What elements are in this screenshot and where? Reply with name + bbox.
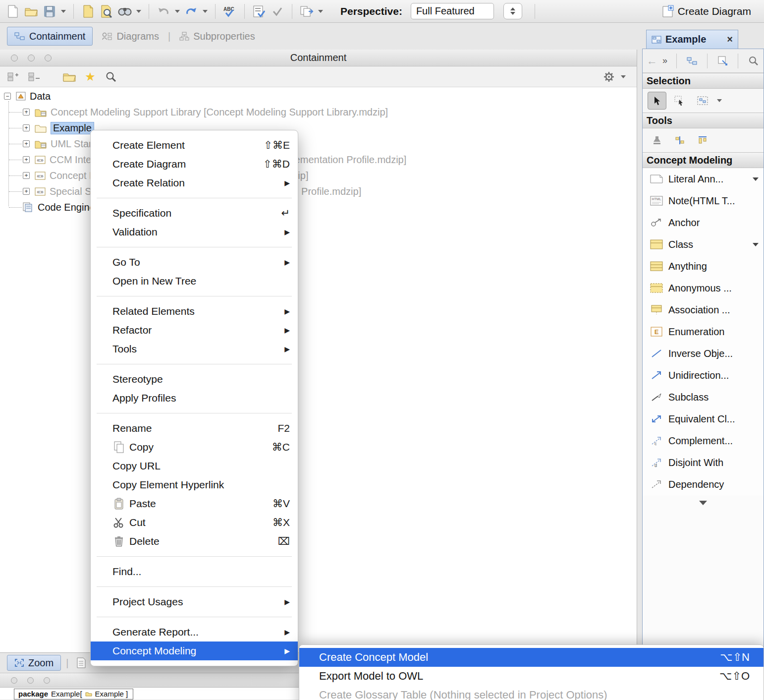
template-document-icon[interactable]	[80, 3, 96, 19]
menu-item-copy-url[interactable]: Copy URL	[91, 457, 298, 475]
pointer-tool-button[interactable]	[648, 92, 666, 110]
menu-item-find[interactable]: Find...	[91, 562, 298, 581]
menu-item-tools[interactable]: Tools ▶	[91, 340, 298, 358]
menu-item-copy[interactable]: Copy ⌘C	[91, 438, 298, 457]
palette-item-anonymous-class[interactable]: Anonymous ...	[643, 277, 764, 299]
palette-item-complement-of[interactable]: c Complement...	[643, 430, 764, 452]
tree-item-data[interactable]: − Data	[0, 88, 637, 104]
palette-item-equivalent-class[interactable]: Equivalent Cl...	[643, 408, 764, 430]
save-menu-caret-icon[interactable]	[61, 10, 66, 13]
spelling-icon[interactable]: ABC	[222, 3, 238, 19]
save-icon[interactable]	[42, 3, 57, 19]
menu-item-apply-profiles[interactable]: Apply Profiles	[91, 389, 298, 408]
palette-item-inverse-object-property[interactable]: Inverse Obje...	[643, 343, 764, 364]
palette-item-unidirectional-property[interactable]: Unidirection...	[643, 364, 764, 386]
palette-caret-icon[interactable]	[753, 177, 759, 181]
open-project-icon[interactable]	[23, 3, 39, 19]
collapse-all-icon[interactable]	[6, 69, 22, 85]
check-icon[interactable]	[270, 3, 285, 19]
redo-menu-caret-icon[interactable]	[203, 10, 208, 13]
back-icon[interactable]: ←	[647, 55, 657, 67]
menu-item-rename[interactable]: Rename F2	[91, 419, 298, 438]
copy-diagram-caret-icon[interactable]	[318, 10, 323, 13]
menu-item-create-diagram[interactable]: Create Diagram ⇧⌘D	[91, 155, 298, 174]
menu-item-specification[interactable]: Specification ↵	[91, 204, 298, 223]
menu-item-refactor[interactable]: Refactor ▶	[91, 321, 298, 340]
perspective-select[interactable]: Full Featured	[411, 3, 494, 19]
expand-expander-icon[interactable]: +	[23, 140, 30, 147]
menu-item-go-to[interactable]: Go To ▶	[91, 253, 298, 272]
new-project-icon[interactable]	[5, 3, 21, 19]
expand-expander-icon[interactable]: +	[23, 124, 30, 131]
selection-caret-icon[interactable]	[717, 99, 722, 102]
tab-subproperties[interactable]: Subproperties	[172, 27, 262, 46]
submenu-item-create-concept-model[interactable]: Create Concept Model ⌥⇧N	[299, 648, 764, 667]
find-menu-caret-icon[interactable]	[136, 10, 141, 13]
tab-containment[interactable]: Containment	[7, 27, 93, 46]
palette-item-anchor[interactable]: Anchor	[643, 212, 764, 233]
documentation-tab-icon[interactable]	[73, 655, 89, 671]
menu-item-concept-modeling[interactable]: Concept Modeling ▶	[91, 642, 298, 660]
expand-expander-icon[interactable]: +	[23, 156, 30, 163]
expand-expander-icon[interactable]: +	[23, 109, 30, 116]
create-diagram-button[interactable]: Create Diagram	[662, 5, 751, 18]
palette-item-disjoint-with[interactable]: d Disjoint With	[643, 452, 764, 473]
validation-icon[interactable]	[251, 3, 267, 19]
stamp-tool-button[interactable]	[648, 131, 666, 149]
unidirectional-property-icon	[650, 370, 663, 380]
palette-item-anything[interactable]: Anything	[643, 255, 764, 277]
tab-diagrams[interactable]: Diagrams	[95, 27, 166, 46]
menu-item-open-in-new-tree[interactable]: Open in New Tree	[91, 272, 298, 291]
palette-item-enumeration[interactable]: E Enumeration	[643, 321, 764, 343]
undo-menu-caret-icon[interactable]	[175, 10, 180, 13]
expand-all-icon[interactable]	[27, 69, 43, 85]
containment-mini-icon[interactable]	[686, 55, 698, 67]
expand-expander-icon[interactable]: +	[23, 172, 30, 179]
undo-icon[interactable]	[156, 3, 171, 19]
menu-item-create-element[interactable]: Create Element ⇧⌘E	[91, 136, 298, 155]
menu-item-generate-report[interactable]: Generate Report... ▶	[91, 623, 298, 642]
palette-item-note-html[interactable]: HTML Note(HTML T...	[643, 190, 764, 212]
menu-item-validation[interactable]: Validation ▶	[91, 223, 298, 241]
redo-icon[interactable]	[183, 3, 199, 19]
palette-item-dependency[interactable]: Dependency	[643, 473, 764, 495]
palette-item-literal-annotation[interactable]: Literal Ann...	[643, 168, 764, 190]
lasso-select-button[interactable]	[693, 92, 712, 110]
copy-diagram-icon[interactable]	[299, 3, 315, 19]
find-icon[interactable]	[117, 3, 133, 19]
zoom-tool-icon[interactable]	[747, 55, 760, 67]
palette-item-class[interactable]: Class	[643, 233, 764, 255]
palette-item-association-class[interactable]: Association ...	[643, 299, 764, 321]
menu-item-paste[interactable]: Paste ⌘V	[91, 494, 298, 513]
tab-example-diagram[interactable]: Example ×	[646, 30, 738, 49]
menu-item-related-elements[interactable]: Related Elements ▶	[91, 302, 298, 321]
palette-item-subclass[interactable]: Subclass	[643, 386, 764, 408]
close-tab-icon[interactable]: ×	[727, 34, 733, 45]
menu-item-project-usages[interactable]: Project Usages ▶	[91, 592, 298, 611]
perspective-stepper[interactable]	[503, 3, 522, 19]
swimlane-tool-button[interactable]	[670, 131, 689, 149]
overflow-chevrons-icon[interactable]: »	[662, 56, 667, 66]
marquee-select-button[interactable]	[670, 92, 689, 110]
menu-item-create-relation[interactable]: Create Relation ▶	[91, 174, 298, 192]
tab-zoom[interactable]: Zoom	[7, 655, 61, 671]
diagram-properties-icon[interactable]	[716, 55, 729, 67]
open-in-new-tree-icon[interactable]	[61, 69, 77, 85]
search-icon[interactable]	[103, 69, 119, 85]
settings-gear-icon[interactable]	[601, 69, 617, 85]
menu-item-copy-element-hyperlink[interactable]: Copy Element Hyperlink	[91, 475, 298, 494]
favorites-icon[interactable]: ★	[82, 69, 98, 85]
collapse-expander-icon[interactable]: −	[4, 93, 11, 100]
align-tool-button[interactable]	[693, 131, 712, 149]
expand-expander-icon[interactable]: +	[23, 188, 30, 195]
menu-item-cut[interactable]: Cut ⌘X	[91, 513, 298, 532]
submenu-item-export-model-to-owl[interactable]: Export Model to OWL ⌥⇧O	[299, 667, 764, 686]
menu-separator	[97, 296, 292, 296]
settings-caret-icon[interactable]	[621, 75, 626, 78]
find-in-document-icon[interactable]	[99, 3, 114, 19]
menu-item-stereotype[interactable]: Stereotype	[91, 370, 298, 389]
palette-caret-icon[interactable]	[753, 243, 759, 246]
palette-scroll-down[interactable]	[643, 495, 764, 510]
tree-item-concept-modeling-support-library[interactable]: + Concept Modeling Support Library [Conc…	[0, 104, 637, 120]
menu-item-delete[interactable]: Delete ⌧	[91, 532, 298, 551]
